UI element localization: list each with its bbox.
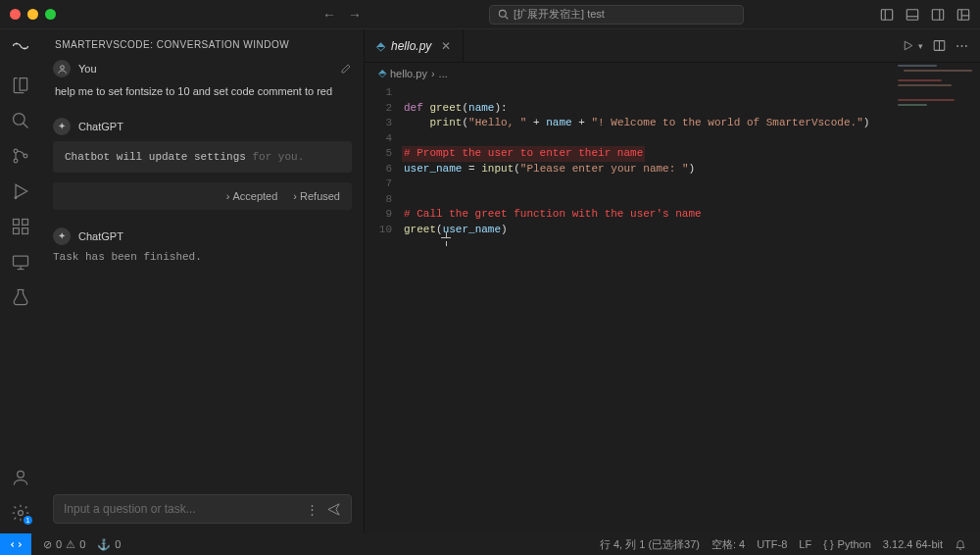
eol-status[interactable]: LF: [793, 537, 817, 552]
layout-secondary-icon[interactable]: [931, 8, 945, 22]
svg-rect-8: [957, 9, 968, 20]
tab-hello[interactable]: ⬘ hello.py ✕: [365, 29, 464, 62]
explorer-icon[interactable]: [10, 75, 31, 96]
editor-tabbar: ⬘ hello.py ✕ ▾ ⋯: [365, 29, 980, 63]
indent-status[interactable]: 空格: 4: [706, 537, 751, 552]
layout-panel-icon[interactable]: [906, 8, 919, 22]
layout-primary-icon[interactable]: [880, 8, 894, 22]
encoding-status[interactable]: UTF-8: [751, 537, 793, 552]
caret-icon: ›: [226, 190, 230, 202]
tab-close-icon[interactable]: ✕: [441, 39, 451, 53]
braces-icon: { }: [823, 538, 833, 550]
tab-filename: hello.py: [391, 39, 431, 53]
code-editor[interactable]: 12345678910 def greet(name): print("Hell…: [365, 83, 980, 237]
ports-status[interactable]: ⚓0: [91, 538, 126, 551]
nav-forward-icon[interactable]: →: [348, 7, 362, 23]
settings-gear-icon[interactable]: 1: [10, 502, 31, 524]
chat-input-box[interactable]: ⋮: [53, 494, 352, 524]
search-activity-icon[interactable]: [10, 110, 31, 131]
run-dropdown-icon[interactable]: ▾: [918, 41, 923, 51]
python-interpreter[interactable]: 3.12.4 64-bit: [877, 537, 949, 552]
svg-rect-22: [23, 228, 28, 234]
svg-marker-31: [905, 41, 912, 50]
svg-rect-6: [932, 9, 943, 20]
run-debug-icon[interactable]: [10, 180, 31, 202]
accepted-button[interactable]: ›Accepted: [226, 190, 278, 202]
svg-point-15: [14, 149, 18, 153]
svg-point-19: [15, 197, 17, 199]
extension-logo-icon[interactable]: [10, 35, 31, 57]
run-icon[interactable]: [902, 39, 914, 52]
activity-bar: 1: [0, 29, 41, 533]
bot-avatar-icon: ✦: [53, 227, 71, 245]
testing-icon[interactable]: [10, 286, 31, 308]
finished-text: Task has been finished.: [53, 251, 352, 263]
sidebar-panel: SMARTERVSCODE: CONVERSATION WINDOW You h…: [41, 29, 365, 533]
search-icon: [498, 9, 509, 20]
nav-back-icon[interactable]: ←: [322, 7, 336, 23]
editor-area: ⬘ hello.py ✕ ▾ ⋯ ⬘ hello.py › ... 123456…: [365, 29, 980, 533]
maximize-window[interactable]: [45, 9, 56, 20]
edit-message-icon[interactable]: [340, 63, 352, 75]
close-window[interactable]: [10, 9, 21, 20]
svg-rect-24: [14, 256, 28, 266]
customize-layout-icon[interactable]: [956, 8, 970, 22]
user-message-text: help me to set fontsize to 10 and set co…: [53, 83, 352, 100]
bot-response-prefix: Chatbot will update settings: [65, 151, 252, 163]
minimize-window[interactable]: [27, 9, 38, 20]
split-editor-icon[interactable]: [933, 39, 946, 52]
svg-line-14: [24, 124, 28, 128]
language-mode[interactable]: { }Python: [817, 537, 877, 552]
extensions-icon[interactable]: [10, 216, 31, 237]
problems-status[interactable]: ⊘0 ⚠0: [37, 538, 91, 551]
svg-rect-2: [881, 9, 892, 20]
svg-point-16: [14, 159, 18, 163]
svg-point-12: [24, 48, 25, 50]
source-control-icon[interactable]: [10, 145, 31, 167]
titlebar: ← → [扩展开发宿主] test: [0, 0, 980, 29]
bot-name-label-2: ChatGPT: [78, 230, 123, 242]
chat-input[interactable]: [64, 502, 298, 516]
breadcrumb-sep: ›: [431, 68, 435, 79]
nav-arrows: ← →: [322, 7, 362, 23]
user-message-block: You help me to set fontsize to 10 and se…: [53, 60, 352, 100]
command-center[interactable]: [扩展开发宿主] test: [489, 5, 744, 25]
minimap[interactable]: [898, 65, 976, 133]
ports-icon: ⚓: [97, 538, 111, 551]
user-name-label: You: [78, 63, 97, 75]
bot-message-block: ✦ ChatGPT Chatbot will update settings f…: [53, 118, 352, 210]
bot-response-box: Chatbot will update settings for you.: [53, 141, 352, 173]
breadcrumb-file: hello.py: [390, 68, 427, 79]
caret-icon: ›: [293, 190, 297, 202]
line-gutter: 12345678910: [365, 85, 404, 237]
more-input-icon[interactable]: ⋮: [306, 502, 318, 517]
bot-response-suffix: for you.: [252, 151, 304, 163]
svg-rect-20: [14, 220, 20, 226]
notifications-icon[interactable]: [949, 537, 972, 552]
breadcrumb-tail: ...: [439, 68, 448, 79]
breadcrumb[interactable]: ⬘ hello.py › ...: [365, 63, 980, 83]
refused-button[interactable]: ›Refused: [293, 190, 340, 202]
response-actions: ›Accepted ›Refused: [53, 182, 352, 210]
cursor-position[interactable]: 行 4, 列 1 (已选择37): [594, 537, 706, 552]
account-icon[interactable]: [10, 467, 31, 488]
remote-indicator[interactable]: [0, 533, 31, 555]
sidebar-title: SMARTERVSCODE: CONVERSATION WINDOW: [41, 29, 364, 60]
statusbar: ⊘0 ⚠0 ⚓0 行 4, 列 1 (已选择37) 空格: 4 UTF-8 LF…: [0, 533, 980, 555]
svg-line-1: [506, 17, 509, 20]
svg-point-11: [16, 43, 18, 45]
svg-point-13: [14, 114, 25, 126]
titlebar-actions: [880, 8, 970, 22]
bot-name-label: ChatGPT: [78, 121, 123, 132]
bot-avatar-icon: ✦: [53, 118, 71, 135]
more-editor-icon[interactable]: ⋯: [956, 38, 968, 53]
bot-finished-block: ✦ ChatGPT Task has been finished.: [53, 227, 352, 263]
error-icon: ⊘: [43, 538, 52, 551]
search-text: [扩展开发宿主] test: [514, 7, 605, 22]
warning-icon: ⚠: [66, 538, 75, 551]
send-icon[interactable]: [326, 502, 341, 517]
user-avatar-icon: [53, 60, 71, 77]
code-content[interactable]: def greet(name): print("Hello, " + name …: [404, 85, 980, 237]
svg-rect-23: [23, 220, 28, 226]
remote-explorer-icon[interactable]: [10, 251, 31, 273]
